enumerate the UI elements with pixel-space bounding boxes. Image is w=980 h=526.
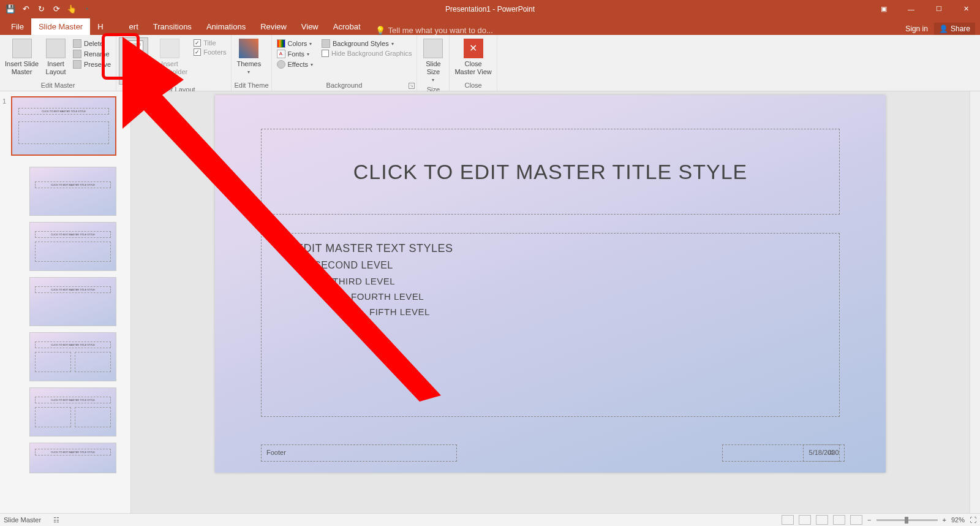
thumb-col1 [35, 352, 71, 372]
share-label: Share [951, 25, 970, 33]
zoom-level[interactable]: 92% [951, 516, 965, 524]
background-dialog-launcher[interactable]: ↘ [409, 83, 415, 89]
close-window-button[interactable]: ✕ [952, 0, 980, 18]
minimize-button[interactable]: — [897, 0, 925, 18]
insert-layout-button[interactable]: Insert Layout [42, 37, 69, 80]
insert-slide-master-button[interactable]: Insert Slide Master [2, 37, 41, 80]
sign-in-link[interactable]: Sign in [905, 25, 928, 33]
tab-transitions[interactable]: Transitions [146, 18, 199, 35]
slideshow-view-button[interactable] [850, 515, 862, 525]
fonts-button[interactable]: AFonts▾ [274, 49, 315, 59]
qat-customize-button[interactable]: ▾ [80, 2, 94, 16]
title-bar: 💾 ↶ ↻ ⟳ 👆 ▾ Presentation1 - PowerPoint ▣… [0, 0, 980, 18]
layout-thumbnail-4[interactable]: CLICK TO EDIT MASTER TITLE STYLE [29, 332, 116, 381]
layout-thumbnail-2[interactable]: CLICK TO EDIT MASTER TITLE STYLE [29, 222, 116, 271]
thumb-body-placeholder [18, 121, 109, 144]
background-styles-button[interactable]: Background Styles▾ [319, 39, 414, 48]
group-close: ✕Close Master View Close [450, 35, 497, 91]
title-checkbox[interactable]: ✓Title [191, 39, 228, 47]
delete-icon [73, 39, 81, 48]
colors-icon [277, 39, 285, 48]
title-placeholder[interactable]: CLICK TO EDIT MASTER TITLE STYLE [261, 129, 840, 215]
bullet-level-1: EDIT MASTER TEXT STYLES SECOND LEVEL THI… [296, 242, 821, 317]
undo-button[interactable]: ↶ [19, 2, 32, 16]
maximize-button[interactable]: ☐ [925, 0, 952, 18]
reading-view-button[interactable] [833, 515, 845, 525]
normal-view-button[interactable] [799, 515, 811, 525]
rename-button[interactable]: Rename [70, 49, 113, 59]
group-size: Slide Size▾ Size [417, 35, 450, 91]
close-master-view-button[interactable]: ✕Close Master View [452, 37, 494, 80]
tab-slide-master[interactable]: Slide Master [31, 18, 90, 35]
zoom-slider[interactable] [876, 519, 938, 521]
tab-insert-partial[interactable]: ert [105, 18, 146, 35]
slide-editor[interactable]: CLICK TO EDIT MASTER TITLE STYLE EDIT MA… [131, 91, 970, 513]
slide-canvas[interactable]: CLICK TO EDIT MASTER TITLE STYLE EDIT MA… [215, 95, 886, 473]
group-label-close: Close [452, 80, 494, 91]
tab-view[interactable]: View [294, 18, 326, 35]
effects-button[interactable]: Effects▾ [274, 59, 315, 69]
vertical-scrollbar[interactable] [970, 91, 980, 513]
start-from-beginning-button[interactable]: ⟳ [50, 2, 63, 16]
title-text: CLICK TO EDIT MASTER TITLE STYLE [353, 160, 748, 184]
thumbnail-panel[interactable]: 1 CLICK TO EDIT MASTER TITLE STYLE CLICK… [0, 91, 131, 513]
thumb-text: CLICK TO EDIT MASTER TITLE STYLE [35, 397, 110, 403]
thumb-body [35, 242, 110, 262]
footer-placeholder[interactable]: Footer [261, 444, 457, 462]
delete-button[interactable]: Delete [70, 39, 113, 48]
hide-background-checkbox[interactable]: Hide Background Graphics [319, 49, 414, 58]
share-button[interactable]: 👤 Share [934, 23, 975, 35]
save-button[interactable]: 💾 [4, 2, 17, 16]
body-placeholder[interactable]: EDIT MASTER TEXT STYLES SECOND LEVEL THI… [261, 233, 840, 417]
ribbon-display-options-button[interactable]: ▣ [870, 0, 897, 18]
preserve-button[interactable]: Preserve [70, 59, 113, 69]
group-label-background: Background [274, 80, 415, 91]
layout-thumbnail-5[interactable]: CLICK TO EDIT MASTER TITLE STYLE [29, 387, 116, 436]
colors-button[interactable]: Colors▾ [274, 39, 315, 48]
tab-home-obscured[interactable]: H [90, 18, 104, 35]
thumb-text: CLICK TO EDIT MASTER TITLE STYLE [35, 341, 110, 348]
bullet-level-3: THIRD LEVEL FOURTH LEVEL FIFTH LEVEL [333, 276, 821, 317]
layout-thumbnail-3[interactable]: CLICK TO EDIT MASTER TITLE STYLE [29, 277, 116, 326]
master-thumbnail[interactable]: CLICK TO EDIT MASTER TITLE STYLE [11, 96, 116, 156]
ribbon-tabs: File Slide Master H ert Transitions Anim… [0, 18, 980, 35]
ribbon: Insert Slide Master Insert Layout Delete… [0, 35, 980, 91]
zoom-out-button[interactable]: − [867, 516, 871, 524]
group-label-edit-theme: Edit Theme [234, 80, 268, 91]
notes-button[interactable] [782, 515, 794, 525]
tab-file[interactable]: File [4, 18, 31, 35]
thumb-text: CLICK TO EDIT MASTER TITLE STYLE [35, 231, 110, 238]
master-layout-button[interactable]: Master Layout [119, 37, 148, 85]
share-icon: 👤 [939, 25, 948, 33]
touch-mode-button[interactable]: 👆 [65, 2, 78, 16]
workspace: 1 CLICK TO EDIT MASTER TITLE STYLE CLICK… [0, 91, 980, 513]
slide-size-icon [423, 39, 443, 58]
thumb-col2 [75, 352, 111, 372]
tell-me-placeholder: Tell me what you want to do... [388, 26, 493, 35]
themes-icon [239, 39, 258, 58]
themes-button[interactable]: Themes▾ [234, 37, 263, 80]
thumb-title-placeholder: CLICK TO EDIT MASTER TITLE STYLE [18, 108, 109, 115]
thumb-text: CLICK TO EDIT MASTER TITLE STYLE [35, 286, 110, 293]
footers-checkbox[interactable]: ✓Footers [191, 48, 228, 56]
fit-to-window-button[interactable]: ⛶ [970, 516, 976, 524]
checkbox-icon [322, 50, 329, 57]
accessibility-icon[interactable]: ☷ [53, 516, 59, 524]
tab-animations[interactable]: Animations [199, 18, 253, 35]
slide-sorter-view-button[interactable] [816, 515, 828, 525]
tab-acrobat[interactable]: Acrobat [326, 18, 368, 35]
slide-size-button[interactable]: Slide Size▾ [420, 37, 447, 85]
layout-thumbnail-1[interactable]: CLICK TO EDIT MASTER TITLE STYLE [29, 167, 116, 216]
fonts-icon: A [277, 50, 285, 58]
master-layout-icon [124, 40, 143, 56]
status-view-label: Slide Master [4, 516, 41, 524]
zoom-in-button[interactable]: + [943, 516, 946, 524]
layout-thumbnail-6[interactable]: CLICK TO EDIT MASTER TITLE STYLE [29, 443, 116, 473]
tell-me-search[interactable]: 💡 Tell me what you want to do... [368, 26, 493, 35]
slide-number-placeholder[interactable]: ‹#› [803, 444, 840, 462]
insert-placeholder-button[interactable]: Insert Placeholder▾ [149, 37, 190, 85]
tab-review[interactable]: Review [253, 18, 294, 35]
redo-button[interactable]: ↻ [34, 2, 48, 16]
bullet-level-4: FOURTH LEVEL FIFTH LEVEL [351, 291, 821, 317]
bullet-level-2: SECOND LEVEL THIRD LEVEL FOURTH LEVEL FI… [314, 260, 821, 317]
